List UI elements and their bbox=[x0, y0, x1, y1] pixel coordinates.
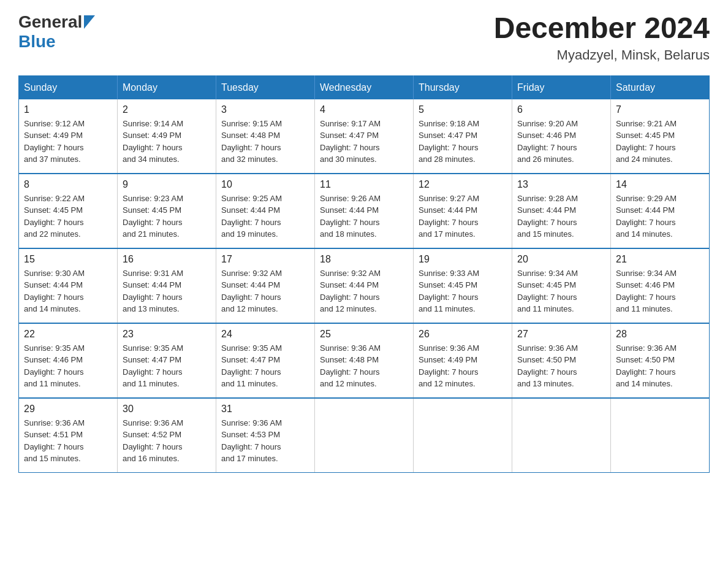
calendar-cell: 29 Sunrise: 9:36 AM Sunset: 4:51 PM Dayl… bbox=[19, 398, 118, 473]
calendar-cell: 2 Sunrise: 9:14 AM Sunset: 4:49 PM Dayli… bbox=[118, 99, 216, 174]
calendar-cell: 24 Sunrise: 9:35 AM Sunset: 4:47 PM Dayl… bbox=[216, 323, 315, 398]
calendar-cell: 25 Sunrise: 9:36 AM Sunset: 4:48 PM Dayl… bbox=[315, 323, 414, 398]
calendar-cell: 15 Sunrise: 9:30 AM Sunset: 4:44 PM Dayl… bbox=[19, 248, 118, 323]
calendar-cell: 28 Sunrise: 9:36 AM Sunset: 4:50 PM Dayl… bbox=[611, 323, 710, 398]
calendar-cell: 16 Sunrise: 9:31 AM Sunset: 4:44 PM Dayl… bbox=[118, 248, 216, 323]
title-area: December 2024 Myadzyel, Minsk, Belarus bbox=[494, 12, 710, 63]
calendar-cell: 8 Sunrise: 9:22 AM Sunset: 4:45 PM Dayli… bbox=[19, 174, 118, 248]
calendar-cell: 4 Sunrise: 9:17 AM Sunset: 4:47 PM Dayli… bbox=[315, 99, 414, 174]
col-header-saturday: Saturday bbox=[611, 75, 710, 99]
calendar-cell: 19 Sunrise: 9:33 AM Sunset: 4:45 PM Dayl… bbox=[414, 248, 512, 323]
calendar-cell: 31 Sunrise: 9:36 AM Sunset: 4:53 PM Dayl… bbox=[216, 398, 315, 473]
day-number: 26 bbox=[419, 329, 507, 340]
day-info: Sunrise: 9:12 AM Sunset: 4:49 PM Dayligh… bbox=[24, 118, 112, 166]
calendar-cell: 11 Sunrise: 9:26 AM Sunset: 4:44 PM Dayl… bbox=[315, 174, 414, 248]
day-info: Sunrise: 9:26 AM Sunset: 4:44 PM Dayligh… bbox=[320, 193, 408, 240]
col-header-friday: Friday bbox=[512, 75, 611, 99]
day-number: 22 bbox=[24, 329, 112, 340]
day-number: 12 bbox=[419, 179, 507, 190]
day-info: Sunrise: 9:31 AM Sunset: 4:44 PM Dayligh… bbox=[123, 267, 211, 315]
calendar-cell: 30 Sunrise: 9:36 AM Sunset: 4:52 PM Dayl… bbox=[118, 398, 216, 473]
day-info: Sunrise: 9:29 AM Sunset: 4:44 PM Dayligh… bbox=[616, 193, 704, 240]
col-header-wednesday: Wednesday bbox=[315, 75, 414, 99]
day-info: Sunrise: 9:36 AM Sunset: 4:53 PM Dayligh… bbox=[221, 417, 309, 465]
day-info: Sunrise: 9:36 AM Sunset: 4:49 PM Dayligh… bbox=[419, 342, 507, 390]
calendar-week-row: 8 Sunrise: 9:22 AM Sunset: 4:45 PM Dayli… bbox=[19, 174, 710, 248]
day-number: 9 bbox=[123, 179, 211, 190]
calendar-cell: 13 Sunrise: 9:28 AM Sunset: 4:44 PM Dayl… bbox=[512, 174, 611, 248]
day-info: Sunrise: 9:14 AM Sunset: 4:49 PM Dayligh… bbox=[123, 118, 211, 166]
logo: General Blue bbox=[18, 12, 95, 52]
day-info: Sunrise: 9:33 AM Sunset: 4:45 PM Dayligh… bbox=[419, 267, 507, 315]
day-info: Sunrise: 9:32 AM Sunset: 4:44 PM Dayligh… bbox=[221, 267, 309, 315]
day-number: 31 bbox=[221, 404, 309, 415]
day-info: Sunrise: 9:23 AM Sunset: 4:45 PM Dayligh… bbox=[123, 193, 211, 240]
day-number: 15 bbox=[24, 254, 112, 265]
day-number: 20 bbox=[517, 254, 605, 265]
day-number: 13 bbox=[517, 179, 605, 190]
month-year-title: December 2024 bbox=[494, 12, 710, 45]
day-number: 7 bbox=[616, 104, 704, 115]
day-info: Sunrise: 9:35 AM Sunset: 4:47 PM Dayligh… bbox=[123, 342, 211, 390]
day-info: Sunrise: 9:35 AM Sunset: 4:46 PM Dayligh… bbox=[24, 342, 112, 390]
calendar-cell: 22 Sunrise: 9:35 AM Sunset: 4:46 PM Dayl… bbox=[19, 323, 118, 398]
calendar-cell bbox=[512, 398, 611, 473]
day-number: 19 bbox=[419, 254, 507, 265]
calendar-cell: 5 Sunrise: 9:18 AM Sunset: 4:47 PM Dayli… bbox=[414, 99, 512, 174]
svg-marker-0 bbox=[84, 15, 95, 29]
day-info: Sunrise: 9:15 AM Sunset: 4:48 PM Dayligh… bbox=[221, 118, 309, 166]
day-number: 25 bbox=[320, 329, 408, 340]
day-info: Sunrise: 9:27 AM Sunset: 4:44 PM Dayligh… bbox=[419, 193, 507, 240]
day-number: 30 bbox=[123, 404, 211, 415]
day-info: Sunrise: 9:36 AM Sunset: 4:50 PM Dayligh… bbox=[517, 342, 605, 390]
day-number: 1 bbox=[24, 104, 112, 115]
day-info: Sunrise: 9:34 AM Sunset: 4:45 PM Dayligh… bbox=[517, 267, 605, 315]
col-header-monday: Monday bbox=[118, 75, 216, 99]
day-number: 11 bbox=[320, 179, 408, 190]
calendar-cell: 1 Sunrise: 9:12 AM Sunset: 4:49 PM Dayli… bbox=[19, 99, 118, 174]
day-number: 16 bbox=[123, 254, 211, 265]
location-subtitle: Myadzyel, Minsk, Belarus bbox=[494, 47, 710, 63]
day-info: Sunrise: 9:21 AM Sunset: 4:45 PM Dayligh… bbox=[616, 118, 704, 166]
day-info: Sunrise: 9:36 AM Sunset: 4:52 PM Dayligh… bbox=[123, 417, 211, 465]
day-number: 8 bbox=[24, 179, 112, 190]
day-info: Sunrise: 9:36 AM Sunset: 4:50 PM Dayligh… bbox=[616, 342, 704, 390]
day-info: Sunrise: 9:25 AM Sunset: 4:44 PM Dayligh… bbox=[221, 193, 309, 240]
day-info: Sunrise: 9:18 AM Sunset: 4:47 PM Dayligh… bbox=[419, 118, 507, 166]
calendar-week-row: 1 Sunrise: 9:12 AM Sunset: 4:49 PM Dayli… bbox=[19, 99, 710, 174]
calendar-cell bbox=[414, 398, 512, 473]
calendar-cell bbox=[611, 398, 710, 473]
day-info: Sunrise: 9:32 AM Sunset: 4:44 PM Dayligh… bbox=[320, 267, 408, 315]
page-header: General Blue December 2024 Myadzyel, Min… bbox=[18, 12, 710, 63]
calendar-cell: 27 Sunrise: 9:36 AM Sunset: 4:50 PM Dayl… bbox=[512, 323, 611, 398]
day-number: 23 bbox=[123, 329, 211, 340]
day-info: Sunrise: 9:30 AM Sunset: 4:44 PM Dayligh… bbox=[24, 267, 112, 315]
day-info: Sunrise: 9:34 AM Sunset: 4:46 PM Dayligh… bbox=[616, 267, 704, 315]
day-number: 6 bbox=[517, 104, 605, 115]
calendar-cell: 9 Sunrise: 9:23 AM Sunset: 4:45 PM Dayli… bbox=[118, 174, 216, 248]
day-number: 10 bbox=[221, 179, 309, 190]
col-header-thursday: Thursday bbox=[414, 75, 512, 99]
calendar-cell: 7 Sunrise: 9:21 AM Sunset: 4:45 PM Dayli… bbox=[611, 99, 710, 174]
day-number: 29 bbox=[24, 404, 112, 415]
day-number: 27 bbox=[517, 329, 605, 340]
day-number: 5 bbox=[419, 104, 507, 115]
logo-triangle-icon bbox=[84, 15, 95, 29]
calendar-cell: 12 Sunrise: 9:27 AM Sunset: 4:44 PM Dayl… bbox=[414, 174, 512, 248]
day-info: Sunrise: 9:22 AM Sunset: 4:45 PM Dayligh… bbox=[24, 193, 112, 240]
day-number: 18 bbox=[320, 254, 408, 265]
calendar-cell: 6 Sunrise: 9:20 AM Sunset: 4:46 PM Dayli… bbox=[512, 99, 611, 174]
day-number: 14 bbox=[616, 179, 704, 190]
day-number: 28 bbox=[616, 329, 704, 340]
calendar-week-row: 15 Sunrise: 9:30 AM Sunset: 4:44 PM Dayl… bbox=[19, 248, 710, 323]
day-info: Sunrise: 9:17 AM Sunset: 4:47 PM Dayligh… bbox=[320, 118, 408, 166]
day-number: 4 bbox=[320, 104, 408, 115]
day-info: Sunrise: 9:28 AM Sunset: 4:44 PM Dayligh… bbox=[517, 193, 605, 240]
logo-blue-text: Blue bbox=[18, 32, 56, 52]
col-header-sunday: Sunday bbox=[19, 75, 118, 99]
day-number: 21 bbox=[616, 254, 704, 265]
calendar-cell: 10 Sunrise: 9:25 AM Sunset: 4:44 PM Dayl… bbox=[216, 174, 315, 248]
day-number: 17 bbox=[221, 254, 309, 265]
day-info: Sunrise: 9:20 AM Sunset: 4:46 PM Dayligh… bbox=[517, 118, 605, 166]
day-info: Sunrise: 9:36 AM Sunset: 4:48 PM Dayligh… bbox=[320, 342, 408, 390]
